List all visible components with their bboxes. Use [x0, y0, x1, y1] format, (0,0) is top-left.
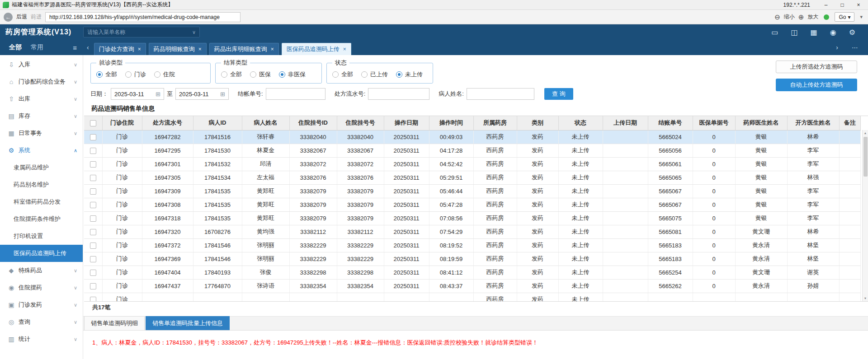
go-button[interactable]: Go ▾: [835, 12, 854, 22]
sidebar-item[interactable]: ⚙系统∧: [0, 142, 83, 159]
sidebar-item[interactable]: ⌂门诊配药综合业务∨: [0, 73, 83, 90]
column-header[interactable]: 住院挂号ID: [289, 116, 337, 130]
sidebar-subitem[interactable]: 药品别名维护: [0, 176, 83, 193]
user-icon[interactable]: ◫: [791, 28, 797, 37]
column-header[interactable]: 所属药房: [473, 116, 517, 130]
scrollbar-thumb[interactable]: [863, 137, 868, 177]
checkbox-icon[interactable]: [90, 120, 96, 126]
tab-close-icon[interactable]: ×: [138, 46, 141, 52]
select-all-checkbox[interactable]: [84, 116, 102, 130]
calendar-icon[interactable]: ⊞: [220, 91, 225, 98]
maximize-button[interactable]: □: [835, 2, 849, 8]
sidebar-item[interactable]: ▣门诊发药∨: [0, 296, 83, 313]
radio-option[interactable]: 已上传: [361, 70, 388, 79]
checkbox-icon[interactable]: [90, 256, 96, 262]
table-row[interactable]: 门诊1694729517841530林夏金3338206733382067202…: [84, 144, 861, 157]
radio-icon[interactable]: [396, 71, 402, 78]
radio-icon[interactable]: [250, 71, 256, 78]
row-checkbox-cell[interactable]: [84, 279, 102, 293]
table-row[interactable]: 门诊1694736917841546张明丽3338222933382229202…: [84, 252, 861, 266]
checkbox-icon[interactable]: [90, 161, 96, 168]
checkbox-icon[interactable]: [90, 283, 96, 289]
close-button[interactable]: ×: [852, 2, 865, 8]
table-row[interactable]: 门诊1694730117841532邱清33382072333820722025…: [84, 157, 861, 171]
row-checkbox-cell[interactable]: [84, 171, 102, 184]
tab-close-icon[interactable]: ×: [198, 46, 202, 52]
bottom-tab[interactable]: 销售单追溯码明细: [84, 316, 145, 330]
row-checkbox-cell[interactable]: [84, 266, 102, 279]
table-row[interactable]: 门诊1694731817841535黄郑旺3338207933382079202…: [84, 211, 861, 225]
sidebar-subitem[interactable]: 隶属药品维护: [0, 159, 83, 176]
column-header[interactable]: 备注: [839, 116, 861, 130]
patient-name-input[interactable]: [467, 88, 534, 100]
row-checkbox-cell[interactable]: [84, 184, 102, 198]
zoom-out-icon[interactable]: ⊖: [774, 13, 780, 21]
rx-no-input[interactable]: [368, 88, 429, 100]
sidebar-item[interactable]: ⇧出库∨: [0, 90, 83, 107]
sidebar-tab-favorites[interactable]: 常用: [31, 43, 43, 51]
radio-icon[interactable]: [96, 71, 103, 78]
checkbox-icon[interactable]: [90, 242, 96, 249]
tabs-scroll-left-icon[interactable]: ‹: [87, 44, 89, 51]
eye-icon[interactable]: ◉: [830, 28, 836, 37]
url-input[interactable]: [45, 12, 241, 22]
row-checkbox-cell[interactable]: [84, 252, 102, 266]
bill-no-input[interactable]: [266, 88, 326, 100]
column-header[interactable]: 住院挂号号: [337, 116, 384, 130]
table-row[interactable]: 门诊1694737217841546张明丽3338222933382229202…: [84, 238, 861, 252]
checkbox-icon[interactable]: [90, 202, 96, 208]
scroll-down-icon[interactable]: ▼: [864, 295, 867, 301]
column-header[interactable]: 医保单据号: [693, 116, 735, 130]
radio-icon[interactable]: [361, 71, 368, 78]
checkbox-icon[interactable]: [90, 175, 96, 181]
checkbox-icon[interactable]: [90, 297, 96, 302]
sidebar-item[interactable]: ◆特殊药品∨: [0, 262, 83, 279]
row-checkbox-cell[interactable]: [84, 130, 102, 144]
column-header[interactable]: 操作日期: [384, 116, 429, 130]
query-button[interactable]: 查 询: [544, 88, 573, 100]
sidebar-subitem[interactable]: 医保药品追溯码上传: [0, 245, 83, 262]
radio-icon[interactable]: [154, 71, 160, 78]
menu-search-select[interactable]: 请输入菜单名称 ∨: [83, 27, 200, 37]
checkbox-icon[interactable]: [90, 134, 96, 140]
tab[interactable]: 药品出库明细账查询×: [209, 43, 279, 55]
hamburger-icon[interactable]: ≡: [73, 44, 77, 51]
row-checkbox-cell[interactable]: [84, 198, 102, 211]
date-to-input[interactable]: 2025-03-11 ⊞: [175, 88, 229, 100]
checkbox-icon[interactable]: [90, 148, 96, 154]
forward-button[interactable]: 前进: [31, 13, 42, 21]
zoom-in-icon[interactable]: ⊕: [798, 13, 804, 21]
table-vertical-scrollbar[interactable]: ▲ ▼: [862, 130, 868, 301]
row-checkbox-cell[interactable]: [84, 238, 102, 252]
sidebar-item[interactable]: ▥统计∨: [0, 331, 83, 348]
zoom-in-button[interactable]: 放大: [807, 13, 818, 21]
date-from-input[interactable]: 2025-03-11 ⊞: [111, 88, 164, 100]
screen-icon[interactable]: ▭: [771, 28, 778, 37]
row-checkbox-cell[interactable]: [84, 157, 102, 171]
table-row[interactable]: 门诊1694743717764870张诗语3338235433382354202…: [84, 279, 861, 293]
radio-icon[interactable]: [279, 71, 285, 78]
row-checkbox-cell[interactable]: [84, 211, 102, 225]
tab-close-icon[interactable]: ×: [343, 46, 346, 52]
auto-upload-button[interactable]: 自动上传处方追溯码: [776, 79, 857, 91]
table-row[interactable]: 门诊1694728217841516张轩睿3338204033382040202…: [84, 130, 861, 144]
radio-option[interactable]: 全部: [332, 70, 353, 79]
radio-option[interactable]: 医保: [250, 70, 271, 79]
row-checkbox-cell[interactable]: [84, 293, 102, 302]
table-row[interactable]: 门诊1694740417840193张俊33382298333822982025…: [84, 266, 861, 279]
tabs-scroll-right-icon[interactable]: ›: [836, 44, 838, 51]
tab-close-icon[interactable]: ×: [271, 46, 274, 52]
row-checkbox-cell[interactable]: [84, 144, 102, 157]
radio-option[interactable]: 非医保: [279, 70, 306, 79]
checkbox-icon[interactable]: [90, 215, 96, 222]
column-header[interactable]: 操作时间: [429, 116, 473, 130]
sidebar-tab-all[interactable]: 全部: [9, 43, 22, 51]
tab[interactable]: 门诊处方查询×: [94, 43, 146, 55]
table-row[interactable]: 门诊1694730517841534左太福3338207633382076202…: [84, 171, 861, 184]
toolbar-dropdown-icon[interactable]: ▾: [860, 14, 863, 20]
column-header[interactable]: 处方流水号: [142, 116, 193, 130]
radio-icon[interactable]: [125, 71, 132, 78]
checkbox-icon[interactable]: [90, 270, 96, 276]
sidebar-item[interactable]: ⇩入库∨: [0, 56, 83, 73]
radio-icon[interactable]: [332, 71, 339, 78]
